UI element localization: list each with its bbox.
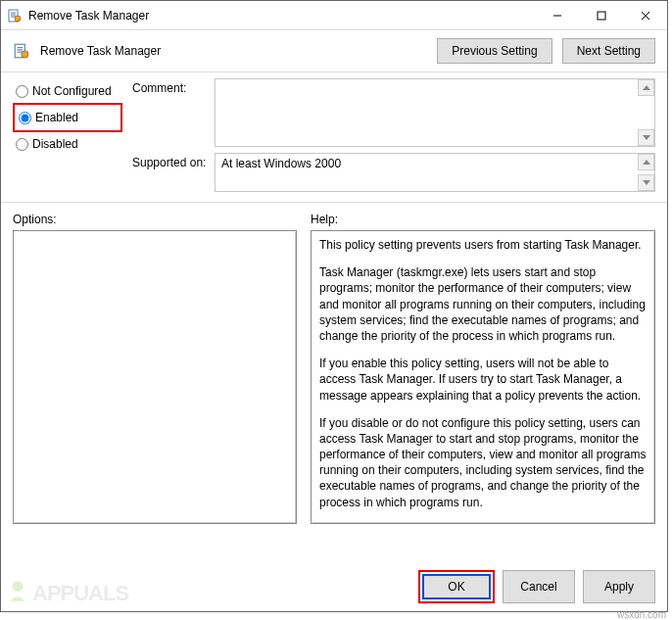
help-paragraph: If you disable or do not configure this … — [319, 415, 647, 510]
supported-label: Supported on: — [132, 153, 207, 169]
comment-field[interactable] — [215, 78, 655, 147]
radio-not-configured-label: Not Configured — [32, 84, 112, 98]
help-column: Help: This policy setting prevents users… — [311, 209, 655, 524]
radio-disabled[interactable]: Disabled — [13, 133, 122, 155]
svg-point-4 — [15, 16, 21, 22]
supported-field: At least Windows 2000 — [215, 153, 655, 192]
title-bar: Remove Task Manager — [1, 1, 667, 30]
policy-title: Remove Task Manager — [40, 44, 427, 58]
help-panel: This policy setting prevents users from … — [311, 230, 655, 524]
scroll-down-icon[interactable] — [638, 174, 654, 191]
minimize-button[interactable] — [535, 1, 579, 29]
policy-header-icon — [13, 42, 30, 60]
svg-marker-14 — [643, 85, 650, 90]
help-label: Help: — [311, 209, 655, 230]
lower-area: Options: Help: This policy setting preve… — [1, 203, 667, 524]
apply-button[interactable]: Apply — [583, 570, 655, 603]
watermark-icon — [5, 578, 30, 609]
svg-point-13 — [22, 51, 28, 58]
scroll-up-icon[interactable] — [638, 154, 654, 170]
state-radio-group: Not Configured Enabled Disabled — [13, 78, 122, 198]
ok-highlight: OK — [418, 570, 495, 603]
svg-point-18 — [13, 581, 24, 592]
help-paragraph: Task Manager (taskmgr.exe) lets users st… — [319, 264, 647, 344]
options-panel — [13, 230, 297, 524]
radio-enabled[interactable]: Enabled — [16, 107, 120, 128]
options-column: Options: — [13, 209, 297, 524]
radio-disabled-label: Disabled — [32, 137, 78, 151]
svg-rect-6 — [598, 12, 605, 20]
radio-enabled-label: Enabled — [35, 111, 78, 124]
svg-marker-17 — [643, 180, 650, 185]
svg-marker-15 — [643, 135, 650, 140]
next-setting-button[interactable]: Next Setting — [562, 38, 655, 64]
scroll-up-icon[interactable] — [638, 79, 654, 96]
watermark-text: APPUALS — [32, 581, 128, 606]
enabled-highlight: Enabled — [13, 103, 122, 132]
options-label: Options: — [13, 209, 297, 230]
radio-not-configured[interactable]: Not Configured — [13, 80, 122, 102]
radio-enabled-input[interactable] — [19, 112, 31, 124]
help-paragraph: If you enable this policy setting, users… — [319, 356, 647, 404]
window-title: Remove Task Manager — [28, 9, 535, 23]
ok-button[interactable]: OK — [422, 574, 491, 599]
comment-label: Comment: — [132, 78, 207, 95]
dialog-window: Remove Task Manager Remove Task Manager — [0, 0, 668, 612]
svg-marker-16 — [643, 160, 650, 165]
scroll-down-icon[interactable] — [638, 129, 654, 146]
previous-setting-button[interactable]: Previous Setting — [437, 38, 552, 64]
watermark: APPUALS — [5, 578, 128, 609]
radio-not-configured-input[interactable] — [16, 85, 28, 98]
maximize-button[interactable] — [579, 1, 623, 29]
help-paragraph: This policy setting prevents users from … — [319, 237, 647, 253]
supported-value: At least Windows 2000 — [221, 157, 341, 170]
config-area: Not Configured Enabled Disabled Comment: — [1, 72, 667, 198]
cancel-button[interactable]: Cancel — [503, 570, 575, 603]
dialog-button-row: OK Cancel Apply — [418, 570, 655, 603]
source-tag: wsxdn.com — [617, 609, 666, 620]
right-column: Comment: Supported on: At least Windows … — [132, 78, 655, 198]
header-row: Remove Task Manager Previous Setting Nex… — [1, 30, 667, 68]
close-button[interactable] — [623, 1, 667, 29]
policy-icon — [7, 8, 23, 24]
radio-disabled-input[interactable] — [16, 138, 28, 151]
